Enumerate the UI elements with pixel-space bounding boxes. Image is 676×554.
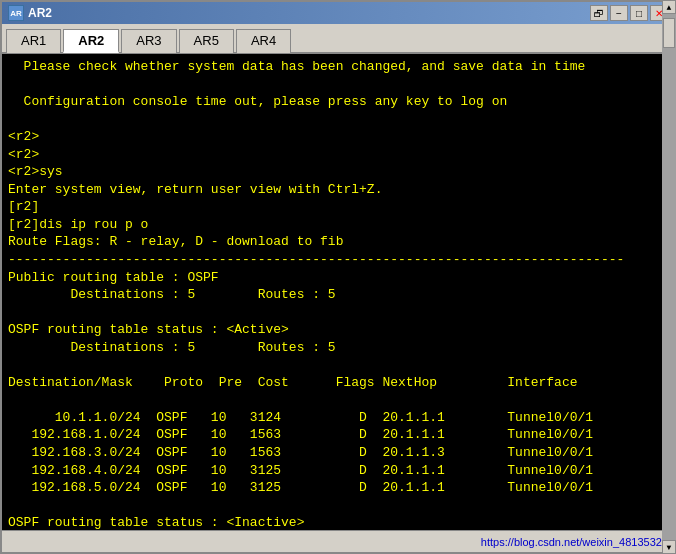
tab-ar5[interactable]: AR5 [179,29,234,53]
window-title: AR2 [28,6,590,20]
tab-bar: AR1 AR2 AR3 AR5 AR4 [2,24,674,54]
terminal[interactable]: Please check whether system data has bee… [2,54,674,530]
status-url: https://blog.csdn.net/weixin_48135321 [481,536,668,548]
terminal-wrapper: Please check whether system data has bee… [2,54,674,530]
status-bar: https://blog.csdn.net/weixin_48135321 [2,530,674,552]
tab-ar4[interactable]: AR4 [236,29,291,53]
restore-button[interactable]: 🗗 [590,5,608,21]
app-icon: AR [8,5,24,21]
terminal-content: Please check whether system data has bee… [8,58,668,530]
main-window: AR AR2 🗗 − □ ✕ AR1 AR2 AR3 AR5 AR4 Pleas… [0,0,676,554]
minimize-button[interactable]: − [610,5,628,21]
scrollbar-track[interactable] [662,54,674,530]
title-bar: AR AR2 🗗 − □ ✕ [2,2,674,24]
scrollbar[interactable]: ▲ ▼ [662,54,674,530]
maximize-button[interactable]: □ [630,5,648,21]
window-controls: 🗗 − □ ✕ [590,5,668,21]
tab-ar3[interactable]: AR3 [121,29,176,53]
tab-ar2[interactable]: AR2 [63,29,119,53]
tab-ar1[interactable]: AR1 [6,29,61,53]
